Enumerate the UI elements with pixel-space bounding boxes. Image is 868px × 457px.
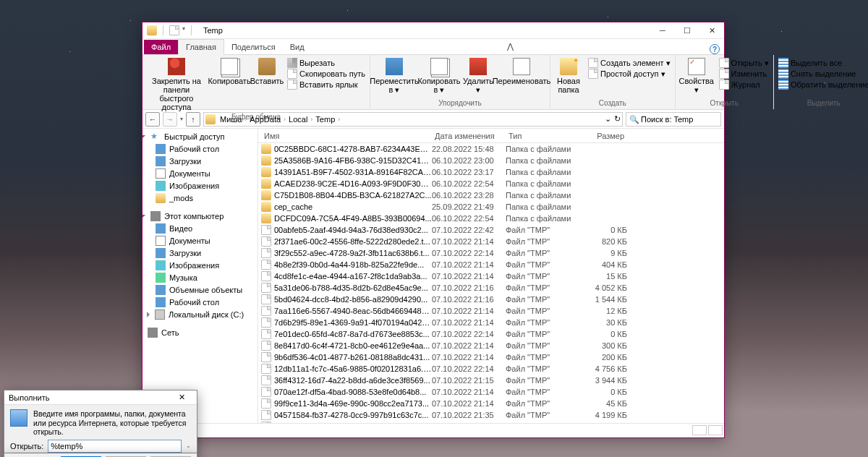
tab-home[interactable]: Главная [178, 39, 224, 55]
properties-button[interactable]: Свойства ▾ [678, 56, 715, 95]
open-button[interactable]: Открыть ▾ [718, 58, 770, 68]
nav-3dobjects[interactable]: Объемные объекты [142, 283, 258, 296]
qat-icon[interactable] [169, 25, 179, 35]
copyto-button[interactable]: Копировать в ▾ [418, 56, 460, 95]
col-size[interactable]: Размер [584, 132, 627, 140]
addr-refresh-icon[interactable]: ↻ [614, 114, 621, 124]
col-date[interactable]: Дата изменения [432, 132, 506, 140]
minimize-button[interactable]: ─ [650, 22, 675, 39]
column-headers[interactable]: Имя Дата изменения Тип Размер [258, 129, 724, 143]
nav-downloads[interactable]: Загрузки [142, 155, 258, 167]
file-row[interactable]: 7aa116e6-5567-4940-8eac-56db46694489...0… [258, 305, 724, 317]
file-row[interactable]: 04571584-fb37-4278-0cc9-997b91c63c7c...0… [258, 409, 724, 421]
nav-history-dropdown[interactable]: ▾ [180, 116, 183, 122]
crumb-3[interactable]: Temp [314, 115, 336, 124]
nav-up-button[interactable]: ↑ [186, 112, 200, 127]
col-type[interactable]: Тип [506, 132, 584, 140]
maximize-button[interactable]: ☐ [675, 22, 699, 39]
file-row[interactable]: 36ff4312-16d7-4a22-b8dd-a6de3ce3f8569...… [258, 375, 724, 386]
nav-video[interactable]: Видео [142, 222, 258, 234]
view-details-button[interactable] [692, 425, 707, 435]
nav-forward-button[interactable]: → [163, 112, 177, 127]
group-create: Создать [553, 99, 672, 108]
file-row[interactable]: C75D1B08-8B04-4DB5-B3CA-621827A2C...06.1… [258, 189, 724, 201]
rename-button[interactable]: Переименовать [496, 56, 547, 87]
moveto-button[interactable]: Переместить в ▾ [373, 56, 415, 95]
view-icons-button[interactable] [708, 425, 723, 435]
file-row[interactable]: 14391A51-B9F7-4502-931A-89164F82CA2106.1… [258, 166, 724, 178]
nav-documents2[interactable]: Документы [142, 234, 258, 247]
file-row[interactable]: 9b6df536-4c01-4877-b261-08188a8dc431...0… [258, 351, 724, 363]
delete-button[interactable]: Удалить ▾ [463, 56, 493, 95]
file-row[interactable]: 5bd04624-dcc8-4bd2-b856-a82909d4290...07… [258, 294, 724, 305]
nav-music[interactable]: Музыка [142, 271, 258, 283]
run-titlebar[interactable]: Выполнить ✕ [4, 390, 197, 405]
file-row[interactable]: 7d6b29f5-89e1-4369-9a91-4f070194a042.t..… [258, 317, 724, 328]
file-list[interactable]: 0C25BBDC-68C1-4278-BAB7-6234A43ED...22.0… [258, 143, 724, 437]
close-button[interactable]: ✕ [699, 22, 724, 39]
tab-share[interactable]: Поделиться [224, 40, 283, 54]
file-row[interactable]: 25A3586B-9A16-4FB6-938C-915D32C41C1206.1… [258, 155, 724, 166]
file-row[interactable]: 5a31de06-b788-4d35-8d2b-62d8e45ac9e...07… [258, 282, 724, 294]
nav-back-button[interactable]: ← [145, 112, 160, 127]
nav-network[interactable]: Сеть [142, 326, 258, 338]
cut-button[interactable]: Вырезать [286, 58, 367, 68]
edit-button[interactable]: Изменить [718, 69, 770, 79]
file-row[interactable]: 7e01dec0-65fd-4c87-8a7d-d7673ee8853c...0… [258, 328, 724, 340]
file-row[interactable]: 4b8e2f39-0b0d-4a44-918b-825a22fe9de...07… [258, 259, 724, 270]
qat-dropdown-icon[interactable]: ▾ [182, 25, 185, 35]
col-name[interactable]: Имя [261, 132, 432, 140]
search-input[interactable]: 🔍 Поиск в: Temp [626, 112, 721, 127]
invert-button[interactable]: Обратить выделение [777, 80, 868, 90]
selectnone-button[interactable]: Снять выделение [777, 69, 868, 79]
pin-button[interactable]: Закрепить на панели быстрого доступа [145, 56, 208, 113]
run-input[interactable] [48, 440, 182, 453]
address-bar[interactable]: Миша› AppData› Local› Temp› ⌄↻ [203, 112, 623, 127]
crumb-0[interactable]: Миша [218, 115, 243, 124]
tab-view[interactable]: Вид [283, 40, 312, 54]
copypath-button[interactable]: Скопировать путь [286, 69, 367, 79]
file-name: 070ae12f-df5a-4bad-9088-53e8fe0d64b8... [274, 388, 432, 396]
nav-desktop2[interactable]: Рабочий стол [142, 296, 258, 308]
file-row[interactable]: ACAED238-9C2E-4D16-A093-9F9D0F30A...06.1… [258, 178, 724, 189]
file-row[interactable]: 070ae12f-df5a-4bad-9088-53e8fe0d64b8...0… [258, 386, 724, 398]
copy-button[interactable]: Копировать [210, 56, 248, 87]
file-row[interactable]: 0C25BBDC-68C1-4278-BAB7-6234A43ED...22.0… [258, 143, 724, 155]
history-button[interactable]: Журнал [718, 80, 770, 90]
nav-quick-access[interactable]: ★Быстрый доступ [142, 130, 258, 142]
newitem-button[interactable]: Создать элемент ▾ [587, 58, 672, 68]
newfolder-button[interactable]: Новая папка [553, 56, 584, 95]
selectall-button[interactable]: Выделить все [777, 58, 868, 68]
help-icon[interactable]: ? [710, 44, 720, 54]
nav-downloads2[interactable]: Загрузки [142, 247, 258, 259]
crumb-1[interactable]: AppData [248, 115, 282, 124]
search-placeholder: Поиск в: Temp [641, 115, 693, 124]
crumb-2[interactable]: Local [287, 115, 309, 124]
nav-pictures2[interactable]: Изображения [142, 259, 258, 271]
edit-icon [719, 69, 729, 79]
addr-dropdown-icon[interactable]: ⌄ [605, 114, 611, 124]
ribbon-collapse-icon[interactable]: ⋀ [500, 39, 521, 54]
easyaccess-button[interactable]: Простой доступ ▾ [587, 69, 672, 79]
paste-button[interactable]: Вставить [251, 56, 283, 87]
file-row[interactable]: 3f29c552-a9ec-4728-9a2f-3fb11ac638b6.t..… [258, 247, 724, 259]
titlebar[interactable]: ▾ Temp ─ ☐ ✕ [142, 22, 724, 39]
nav-desktop[interactable]: Рабочий стол [142, 142, 258, 155]
run-dropdown-icon[interactable]: ⌄ [186, 443, 191, 449]
pasteshortcut-button[interactable]: Вставить ярлык [286, 80, 367, 90]
nav-pictures[interactable]: Изображения [142, 179, 258, 192]
nav-localdisk[interactable]: Локальный диск (C:) [142, 308, 258, 320]
nav-this-pc[interactable]: Этот компьютер [142, 210, 258, 222]
file-row[interactable]: 00abfeb5-2aaf-494d-94a3-76d38ed930c2...0… [258, 224, 724, 236]
file-row[interactable]: 12db11a1-fc7c-45a6-9885-0f02012831a6.t..… [258, 363, 724, 375]
file-row[interactable]: 2f371ae6-00c2-4556-8ffe-5222d280ede2.t..… [258, 236, 724, 247]
file-row[interactable]: cep_cache25.09.2022 21:49Папка с файлами [258, 201, 724, 213]
nav-mods[interactable]: _mods [142, 192, 258, 204]
run-close-button[interactable]: ✕ [171, 393, 192, 402]
nav-documents[interactable]: Документы [142, 167, 258, 179]
file-row[interactable]: 8e8417d0-6c4f-4721-8cb0-ee4612e9e4aa...0… [258, 340, 724, 351]
file-row[interactable]: DCFDC09A-7C5A-4F49-A8B5-393B00694...06.1… [258, 213, 724, 224]
file-row[interactable]: 99f9ce11-3d4a-469e-990c-908cc2ea7173...0… [258, 398, 724, 409]
tab-file[interactable]: Файл [144, 40, 178, 54]
file-row[interactable]: 4cd8fe1c-e4ae-4944-a167-2f8c1da9ab3a...0… [258, 270, 724, 282]
